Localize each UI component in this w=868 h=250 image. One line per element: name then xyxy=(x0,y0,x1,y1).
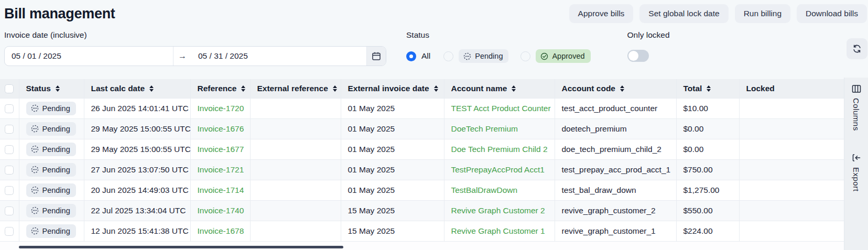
row-checkbox[interactable] xyxy=(5,125,14,134)
column-header-external-reference[interactable]: External reference xyxy=(250,79,341,98)
last-calc-date-cell: 20 Jun 2025 14:49:03 UTC xyxy=(84,180,190,200)
external-invoice-date-cell: 01 May 2025 xyxy=(341,98,444,118)
total-cell: $224.00 xyxy=(676,221,739,241)
pending-icon xyxy=(31,104,39,112)
sort-icon[interactable] xyxy=(333,85,337,92)
status-badge-label: Pending xyxy=(42,104,70,113)
row-checkbox[interactable] xyxy=(5,227,14,236)
column-header-account-code[interactable]: Account code xyxy=(555,79,676,98)
start-date-input[interactable]: 05 / 01 / 2025 xyxy=(5,47,173,66)
sort-icon[interactable] xyxy=(434,85,438,92)
column-header-status[interactable]: Status xyxy=(19,79,84,98)
only-locked-toggle[interactable] xyxy=(627,50,649,62)
status-option-approved[interactable]: Approved xyxy=(520,49,590,63)
approved-filter-label: Approved xyxy=(552,52,584,60)
run-billing-button[interactable]: Run billing xyxy=(735,4,790,23)
export-button[interactable]: Export xyxy=(852,153,861,191)
total-cell: $750.00 xyxy=(676,159,739,180)
row-select-cell xyxy=(0,159,19,180)
account-name-link[interactable]: DoeTech Premium xyxy=(451,124,518,133)
invoice-date-range: 05 / 01 / 2025 → 05 / 31 / 2025 xyxy=(4,46,386,66)
reference-link[interactable]: Invoice-1678 xyxy=(198,226,244,235)
last-calc-date-cell: 29 May 2025 15:00:55 UTC xyxy=(84,139,190,159)
reference-link[interactable]: Invoice-1740 xyxy=(198,206,244,215)
export-icon xyxy=(852,153,861,162)
status-badge-label: Pending xyxy=(42,227,70,235)
locked-cell xyxy=(739,221,844,241)
last-calc-date-cell: 22 Jul 2025 13:34:04 UTC xyxy=(84,200,190,221)
reference-link[interactable]: Invoice-1677 xyxy=(198,145,244,154)
locked-cell xyxy=(739,139,844,159)
row-select-cell xyxy=(0,98,19,118)
column-header-total[interactable]: Total xyxy=(676,79,739,98)
status-radio-pending[interactable] xyxy=(443,51,453,61)
reference-cell: Invoice-1676 xyxy=(190,118,250,139)
account-name-link[interactable]: Revive Graph Customer 2 xyxy=(451,206,545,215)
approved-filter-badge[interactable]: Approved xyxy=(536,49,590,63)
pending-filter-badge[interactable]: Pending xyxy=(459,49,508,63)
status-option-pending[interactable]: Pending xyxy=(443,49,508,63)
account-name-cell: Revive Graph Customer 1 xyxy=(444,221,555,241)
scrollbar-thumb[interactable] xyxy=(19,246,343,248)
pending-icon xyxy=(463,52,471,60)
reference-cell: Invoice-1677 xyxy=(190,139,250,159)
account-name-link[interactable]: Revive Graph Customer 1 xyxy=(451,226,545,235)
row-checkbox[interactable] xyxy=(5,166,14,175)
account-name-link[interactable]: TestBalDrawDown xyxy=(451,186,518,194)
row-checkbox[interactable] xyxy=(5,206,14,215)
table-row: Pending26 Jun 2025 14:01:41 UTCInvoice-1… xyxy=(0,98,844,118)
sort-icon[interactable] xyxy=(620,85,624,92)
reference-link[interactable]: Invoice-1720 xyxy=(198,104,244,113)
column-header-external-invoice-date[interactable]: External invoice date xyxy=(341,79,444,98)
status-radio-all[interactable] xyxy=(406,51,416,61)
column-header-label: Status xyxy=(26,84,51,93)
reference-cell: Invoice-1720 xyxy=(190,98,250,118)
sort-icon[interactable] xyxy=(512,85,516,92)
reference-link[interactable]: Invoice-1676 xyxy=(198,124,244,133)
download-bills-button[interactable]: Download bills xyxy=(797,4,867,23)
table-row: Pending27 Jun 2025 13:07:50 UTCInvoice-1… xyxy=(0,159,844,180)
status-option-all-label[interactable]: All xyxy=(421,51,430,61)
total-cell: $1,275.00 xyxy=(676,180,739,200)
table-side-panel: Columns Export xyxy=(844,78,868,250)
external-reference-cell xyxy=(250,200,341,221)
page-title: Bill management xyxy=(4,6,115,22)
row-checkbox[interactable] xyxy=(5,145,14,154)
reference-link[interactable]: Invoice-1714 xyxy=(198,186,244,194)
reference-cell: Invoice-1678 xyxy=(190,221,250,241)
status-cell: Pending xyxy=(19,159,84,180)
pending-icon xyxy=(31,227,39,235)
account-name-link[interactable]: TEST Acct Product Counter xyxy=(451,104,551,113)
sort-icon[interactable] xyxy=(241,85,245,92)
calendar-button[interactable] xyxy=(366,47,386,66)
refresh-button[interactable] xyxy=(847,38,867,59)
account-name-link[interactable]: TestPrepayAccProd Acct1 xyxy=(451,165,545,174)
external-invoice-date-cell: 01 May 2025 xyxy=(341,139,444,159)
column-header-reference[interactable]: Reference xyxy=(190,79,250,98)
columns-button-label: Columns xyxy=(852,98,861,131)
status-filter: Status All Pending xyxy=(406,30,597,66)
approve-bills-button[interactable]: Approve bills xyxy=(569,4,634,23)
select-all-cell xyxy=(0,79,19,98)
status-radio-approved[interactable] xyxy=(520,51,530,61)
row-checkbox[interactable] xyxy=(5,104,14,113)
reference-cell: Invoice-1721 xyxy=(190,159,250,180)
set-global-lock-date-button[interactable]: Set global lock date xyxy=(639,4,728,23)
columns-button[interactable]: Columns xyxy=(852,84,861,131)
status-cell: Pending xyxy=(19,200,84,221)
row-checkbox[interactable] xyxy=(5,186,14,195)
refresh-icon xyxy=(852,44,862,54)
sort-icon[interactable] xyxy=(149,85,154,92)
sort-icon[interactable] xyxy=(56,85,60,92)
select-all-checkbox[interactable] xyxy=(5,84,14,93)
pending-filter-label: Pending xyxy=(475,52,503,60)
locked-cell xyxy=(739,180,844,200)
end-date-input[interactable]: 05 / 31 / 2025 xyxy=(191,47,366,66)
account-name-cell: TEST Acct Product Counter xyxy=(444,98,555,118)
reference-link[interactable]: Invoice-1721 xyxy=(198,165,244,174)
last-calc-date-cell: 27 Jun 2025 13:07:50 UTC xyxy=(84,159,190,180)
column-header-account-name[interactable]: Account name xyxy=(444,79,555,98)
sort-icon[interactable] xyxy=(707,85,711,92)
account-name-link[interactable]: Doe Tech Premium Child 2 xyxy=(451,145,548,154)
column-header-last-calc-date[interactable]: Last calc date xyxy=(84,79,190,98)
